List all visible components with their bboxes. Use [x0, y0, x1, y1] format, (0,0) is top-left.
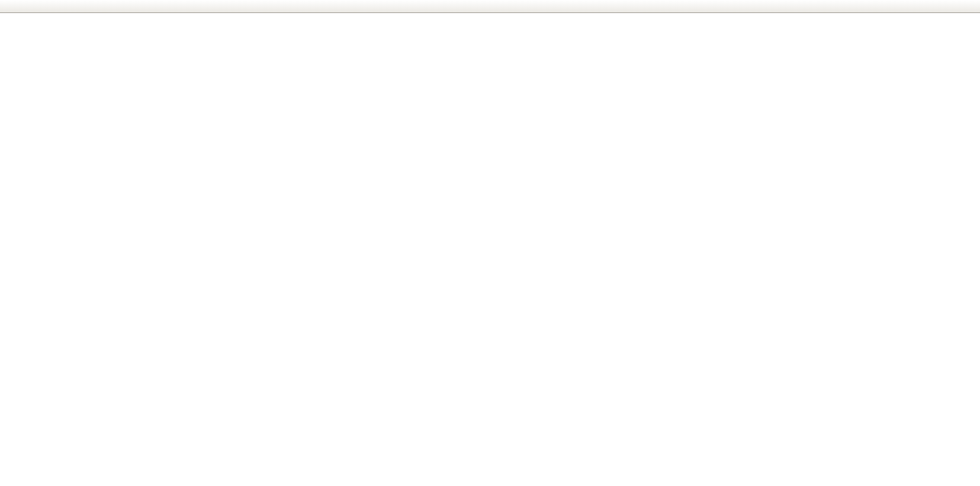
price-chart — [0, 13, 980, 486]
main-toolbar — [0, 0, 980, 13]
chart-window — [0, 13, 980, 486]
app: { "toolbar": { "groups": [ {"name":"orde… — [0, 0, 980, 486]
